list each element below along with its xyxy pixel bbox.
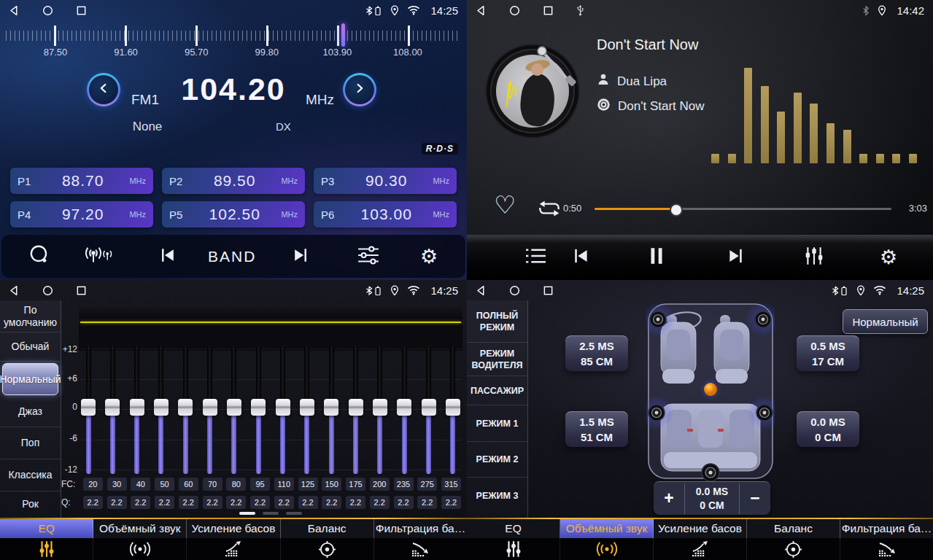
- fc-value[interactable]: 95: [250, 478, 270, 491]
- next-station-icon[interactable]: [291, 245, 311, 268]
- tab-bass-boost[interactable]: Усиление басов: [654, 519, 747, 538]
- q-value[interactable]: 2.2: [83, 496, 103, 509]
- tab-balance-icon[interactable]: [747, 538, 840, 560]
- nav-back-icon[interactable]: [476, 285, 487, 296]
- eq-band-slider[interactable]: [396, 346, 412, 474]
- repeat-icon[interactable]: [536, 198, 562, 222]
- preset-button-p5[interactable]: P5 102.50 MHz: [162, 201, 305, 228]
- tab-bass-boost[interactable]: Усиление басов: [187, 519, 280, 538]
- fc-value[interactable]: 110: [274, 478, 294, 491]
- fc-value[interactable]: 70: [203, 478, 222, 491]
- slider-knob[interactable]: [178, 399, 193, 416]
- eq-band-slider[interactable]: [153, 346, 169, 474]
- q-value[interactable]: 2.2: [441, 496, 461, 509]
- favorite-heart-icon[interactable]: ♡: [494, 192, 516, 217]
- tab-surround[interactable]: Объёмный звук: [93, 519, 187, 538]
- q-value[interactable]: 2.2: [179, 496, 198, 509]
- eq-band-slider[interactable]: [202, 346, 218, 474]
- tab-eq-icon[interactable]: [0, 538, 93, 560]
- eq-preset-normal-selected[interactable]: Нормальный: [2, 363, 58, 395]
- increase-delay-button[interactable]: +: [654, 489, 684, 508]
- fc-value[interactable]: 200: [370, 478, 390, 491]
- fc-value[interactable]: 125: [298, 478, 318, 491]
- eq-band-slider[interactable]: [323, 346, 339, 474]
- fc-value[interactable]: 50: [155, 478, 174, 491]
- tab-surround[interactable]: Объёмный звук: [560, 519, 654, 538]
- mode-custom-3[interactable]: РЕЖИМ 3: [467, 478, 527, 513]
- eq-band-slider[interactable]: [226, 346, 242, 474]
- preset-button-p1[interactable]: P1 88.70 MHz: [10, 168, 153, 194]
- nav-recents-icon[interactable]: [543, 285, 554, 296]
- broadcast-icon[interactable]: [82, 244, 112, 269]
- delay-rear-right-button[interactable]: 0.0 MS 0 CM: [797, 411, 859, 447]
- tune-up-button[interactable]: [343, 73, 376, 106]
- fc-value[interactable]: 20: [83, 478, 103, 491]
- preset-button-p6[interactable]: P6 103.00 MHz: [314, 201, 457, 228]
- q-value[interactable]: 2.2: [322, 496, 341, 509]
- previous-station-icon[interactable]: [158, 245, 177, 268]
- q-value[interactable]: 2.2: [155, 496, 174, 509]
- slider-knob[interactable]: [397, 399, 411, 416]
- tab-balance[interactable]: Баланс: [281, 519, 374, 538]
- slider-knob[interactable]: [154, 399, 169, 416]
- eq-preset-default[interactable]: По умолчанию: [0, 300, 61, 332]
- q-value[interactable]: 2.2: [417, 496, 437, 509]
- tab-balance[interactable]: Баланс: [747, 519, 840, 538]
- audio-mixer-icon[interactable]: [804, 246, 824, 269]
- q-value[interactable]: 2.2: [226, 496, 246, 509]
- tab-surround-icon[interactable]: [93, 538, 187, 560]
- eq-band-slider[interactable]: [80, 346, 96, 474]
- eq-band-slider[interactable]: [421, 346, 437, 474]
- fc-value[interactable]: 315: [441, 478, 461, 491]
- nav-back-icon[interactable]: [9, 5, 20, 16]
- pause-icon[interactable]: [648, 246, 665, 269]
- fc-value[interactable]: 235: [394, 478, 414, 491]
- eq-preset-custom[interactable]: Обычай: [0, 332, 61, 362]
- eq-band-slider[interactable]: [104, 346, 120, 474]
- q-value[interactable]: 2.2: [370, 496, 390, 509]
- seek-bar-knob[interactable]: [670, 203, 683, 217]
- eq-band-slider[interactable]: [129, 346, 145, 474]
- settings-gear-icon[interactable]: ⚙: [420, 246, 438, 266]
- fc-value[interactable]: 275: [417, 478, 437, 491]
- eq-preset-jazz[interactable]: Джаз: [0, 397, 61, 427]
- nav-home-icon[interactable]: [509, 5, 520, 16]
- slider-knob[interactable]: [446, 399, 460, 416]
- tab-filter-icon[interactable]: [840, 538, 933, 560]
- q-value[interactable]: 2.2: [203, 496, 222, 509]
- eq-preset-pop[interactable]: Поп: [0, 427, 61, 459]
- slider-knob[interactable]: [300, 399, 314, 416]
- slider-knob[interactable]: [81, 399, 96, 416]
- mode-passenger[interactable]: ПАССАЖИР: [467, 376, 527, 405]
- slider-knob[interactable]: [373, 399, 387, 416]
- tab-eq[interactable]: EQ: [467, 519, 560, 538]
- slider-knob[interactable]: [349, 399, 363, 416]
- tuner-pointer[interactable]: [341, 23, 345, 47]
- q-value[interactable]: 2.2: [131, 496, 150, 509]
- slider-knob[interactable]: [227, 399, 241, 416]
- tab-balance-icon[interactable]: [281, 538, 374, 560]
- slider-knob[interactable]: [276, 399, 290, 416]
- nav-recents-icon[interactable]: [543, 5, 554, 16]
- eq-band-slider[interactable]: [372, 346, 388, 474]
- equalizer-settings-icon[interactable]: [357, 245, 380, 268]
- mode-full[interactable]: ПОЛНЫЙ РЕЖИМ: [467, 300, 527, 343]
- mode-driver[interactable]: РЕЖИМ ВОДИТЕЛЯ: [467, 343, 527, 376]
- eq-band-slider[interactable]: [275, 346, 291, 474]
- next-track-icon[interactable]: [726, 246, 746, 269]
- preset-button-p4[interactable]: P4 97.20 MHz: [10, 201, 153, 228]
- nav-back-icon[interactable]: [9, 285, 20, 296]
- eq-preset-classic[interactable]: Классика: [0, 459, 61, 491]
- tuner-scale[interactable]: [6, 25, 461, 47]
- q-value[interactable]: 2.2: [394, 496, 414, 509]
- eq-band-slider[interactable]: [299, 346, 315, 474]
- tab-eq[interactable]: EQ: [0, 519, 93, 538]
- fc-value[interactable]: 150: [322, 478, 341, 491]
- tab-filter-icon[interactable]: [374, 538, 467, 560]
- delay-rear-left-button[interactable]: 1.5 MS 51 CM: [565, 411, 628, 447]
- slider-knob[interactable]: [130, 399, 144, 416]
- tab-eq-icon[interactable]: [467, 538, 560, 560]
- decrease-delay-button[interactable]: −: [740, 489, 770, 508]
- nav-back-icon[interactable]: [476, 5, 487, 16]
- slider-knob[interactable]: [105, 399, 120, 416]
